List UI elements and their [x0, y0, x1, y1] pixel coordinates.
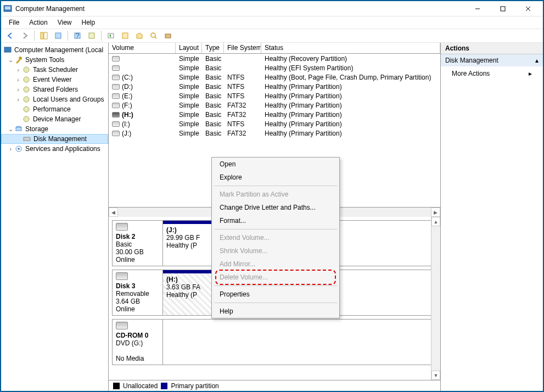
context-menu-item[interactable]: Help — [212, 305, 339, 318]
window-title: Computer Management — [15, 5, 465, 13]
context-menu: OpenExploreMark Partition as ActiveChang… — [211, 157, 340, 318]
legend-swatch-primary — [161, 383, 167, 389]
context-menu-item[interactable]: Explore — [212, 171, 339, 184]
col-layout[interactable]: Layout — [176, 43, 202, 53]
toolbar-icon[interactable] — [133, 30, 145, 42]
tree-item[interactable]: Device Manager — [1, 114, 108, 124]
col-status[interactable]: Status — [261, 43, 440, 53]
volume-row[interactable]: (E:) Simple Basic NTFS Healthy (Primary … — [109, 91, 440, 100]
tree-label: Services and Applications — [25, 145, 100, 153]
toolbar-icon[interactable] — [162, 30, 174, 42]
refresh-button[interactable] — [86, 30, 98, 42]
caret-right-icon: › — [14, 86, 22, 93]
context-menu-item: Add Mirror... — [212, 257, 339, 271]
context-menu-item[interactable]: Open — [212, 158, 339, 171]
partition-status: Healthy (P — [166, 291, 197, 299]
volume-row[interactable]: (J:) Simple Basic FAT32 Healthy (Primary… — [109, 128, 440, 138]
menu-help[interactable]: Help — [77, 18, 100, 27]
drive-icon — [112, 131, 120, 136]
svg-rect-4 — [501, 7, 505, 11]
tree-item[interactable]: › Event Viewer — [1, 75, 108, 85]
minimize-button[interactable] — [465, 2, 490, 15]
back-button[interactable] — [4, 30, 16, 42]
maximize-button[interactable] — [490, 2, 515, 15]
svg-point-19 — [19, 57, 22, 60]
more-actions-item[interactable]: More Actions ▸ — [441, 66, 543, 81]
actions-header: Actions — [441, 43, 543, 54]
volume-fs: NTFS — [224, 120, 261, 128]
toolbar-icon[interactable] — [105, 30, 117, 42]
close-button[interactable] — [515, 2, 541, 15]
volume-row[interactable]: (D:) Simple Basic NTFS Healthy (Primary … — [109, 82, 440, 91]
scroll-left-button[interactable]: ◀ — [109, 208, 118, 217]
actions-group[interactable]: Disk Management ▴ — [441, 54, 543, 66]
svg-rect-8 — [44, 32, 47, 39]
users-icon — [22, 95, 31, 104]
caret-right-icon: › — [7, 145, 14, 152]
disk-icon — [116, 272, 128, 280]
legend-swatch-unallocated — [113, 383, 120, 389]
toolbar-icon[interactable] — [148, 30, 160, 42]
volume-type: Basic — [202, 111, 224, 119]
scroll-right-button[interactable]: ▶ — [431, 208, 440, 217]
tree-system-tools[interactable]: ⌄ System Tools — [1, 55, 108, 65]
disk-row[interactable]: CD-ROM 0 DVD (G:) No Media — [112, 319, 437, 365]
drive-icon — [112, 56, 120, 61]
drive-icon — [112, 93, 120, 99]
toolbar-icon[interactable] — [119, 30, 131, 42]
menu-action[interactable]: Action — [25, 18, 52, 27]
tree-item[interactable]: › Local Users and Groups — [1, 94, 108, 104]
tree-disk-management[interactable]: Disk Management — [1, 134, 108, 144]
menu-separator — [214, 303, 337, 303]
volume-row[interactable]: Simple Basic Healthy (EFI System Partiti… — [109, 63, 440, 72]
show-hide-tree-button[interactable] — [38, 30, 50, 42]
forward-button[interactable] — [19, 30, 31, 42]
tree-storage[interactable]: ⌄ Storage — [1, 124, 108, 134]
context-menu-item[interactable]: Change Drive Letter and Paths... — [212, 201, 339, 214]
context-menu-item[interactable]: Format... — [212, 214, 339, 227]
volume-layout: Simple — [176, 111, 202, 119]
svg-point-20 — [24, 67, 29, 72]
disk-size: 30.00 GB — [116, 248, 144, 256]
tree-label: Local Users and Groups — [33, 96, 104, 103]
tree-label: Task Scheduler — [33, 66, 78, 74]
tree-root[interactable]: Computer Management (Local — [1, 45, 108, 55]
vertical-scrollbar[interactable]: ▲ ▼ — [431, 217, 440, 380]
tree-label: Storage — [25, 125, 48, 133]
col-volume[interactable]: Volume — [109, 43, 176, 53]
partition-label: (H:) — [166, 276, 178, 283]
menu-view[interactable]: View — [53, 18, 76, 27]
volume-layout: Simple — [176, 64, 202, 72]
tools-icon — [14, 55, 23, 64]
scroll-up-button[interactable]: ▲ — [431, 217, 440, 226]
scroll-down-button[interactable]: ▼ — [431, 371, 440, 380]
tree-item[interactable]: › Shared Folders — [1, 85, 108, 94]
tree-services-apps[interactable]: › Services and Applications — [1, 144, 108, 154]
context-menu-item[interactable]: Properties — [212, 288, 339, 301]
col-filesystem[interactable]: File System — [224, 43, 261, 53]
tree-label: Computer Management (Local — [14, 46, 103, 54]
svg-rect-7 — [41, 32, 43, 39]
volume-fs: FAT32 — [224, 102, 261, 109]
partition-status: Healthy (P — [166, 242, 197, 249]
caret-down-icon: ⌄ — [7, 57, 14, 64]
svg-rect-2 — [5, 8, 10, 9]
col-type[interactable]: Type — [202, 43, 224, 53]
tree-item[interactable]: › Task Scheduler — [1, 65, 108, 75]
volume-row[interactable]: (F:) Simple Basic FAT32 Healthy (Primary… — [109, 100, 440, 110]
properties-button[interactable] — [52, 30, 64, 42]
volume-type: Basic — [202, 55, 224, 63]
volume-name: (C:) — [122, 74, 133, 81]
tree-item[interactable]: Performance — [1, 104, 108, 114]
volume-row[interactable]: (H:) Simple Basic FAT32 Healthy (Primary… — [109, 110, 440, 119]
svg-rect-27 — [16, 127, 21, 131]
menu-file[interactable]: File — [4, 18, 24, 27]
caret-right-icon: › — [14, 76, 22, 83]
partition-size: 29.99 GB F — [166, 234, 200, 242]
volume-row[interactable]: (I:) Simple Basic NTFS Healthy (Primary … — [109, 119, 440, 128]
svg-point-15 — [151, 33, 155, 37]
volume-row[interactable]: (C:) Simple Basic NTFS Healthy (Boot, Pa… — [109, 72, 440, 82]
help-button[interactable]: ? — [71, 30, 83, 42]
svg-point-24 — [24, 107, 29, 112]
volume-row[interactable]: Simple Basic Healthy (Recovery Partition… — [109, 54, 440, 63]
